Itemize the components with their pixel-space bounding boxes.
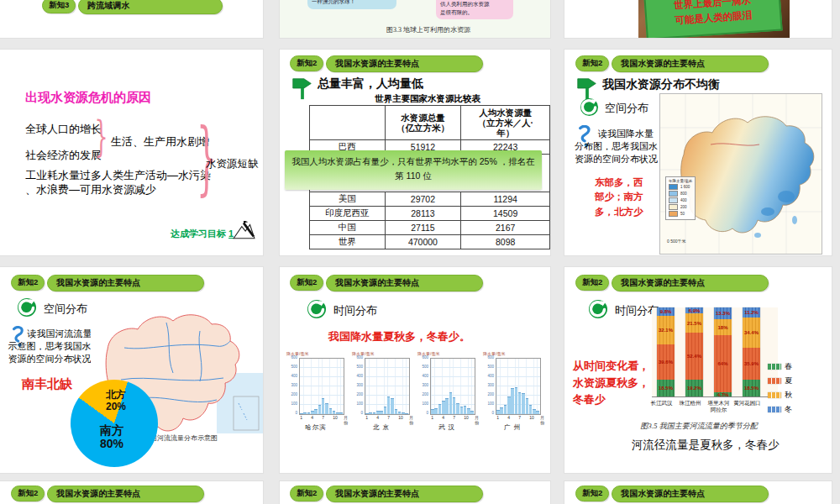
slide-spatial-precip[interactable]: 新知2 我国水资源的主要特点 我国水资源分布不均衡 空间分布 读我国降水量分布图… <box>564 50 832 255</box>
lesson-title: 我国水资源的主要特点 <box>612 275 769 291</box>
lesson-badge: 新知2 <box>290 55 323 71</box>
pie-label-north: 北方 20% <box>96 390 136 413</box>
slide-temporal-rivers[interactable]: 新知2 我国水资源的主要特点 时间分布 9.8%32.1%39.6%18.5%6… <box>564 267 832 473</box>
slide-thumbnail-next-1[interactable]: 新知2 我国水资源的主要特点 <box>0 481 263 504</box>
lesson-badge: 新知2 <box>11 486 45 501</box>
cycle-arrow-icon <box>307 299 327 319</box>
seasonal-runoff-chart: 9.8%32.1%39.6%18.5%6.9%21.5%52.4%19.2%13… <box>652 307 778 397</box>
lesson-badge: 新知2 <box>575 486 609 501</box>
map-legend: 年降水量/毫米 1 60080040020050 <box>665 176 696 220</box>
stacked-bar: 13.3%18%64%4.7% <box>714 307 732 396</box>
lesson-badge: 新知2 <box>290 275 323 291</box>
brace-small: } <box>95 115 108 158</box>
slide-title: 出现水资源危机的原因 <box>25 90 151 106</box>
map-scale: 0 500千米 <box>667 239 686 244</box>
goal-marker: 达成学习目标 1 <box>171 228 234 240</box>
answer-text: 从时间变化看，水资源夏秋多，冬春少 <box>573 358 650 408</box>
legend-item-春: 春 <box>768 361 792 372</box>
slide-crisis-causes[interactable]: 出现水资源危机的原因 全球人口的增长 社会经济的发展 } 生活、生产用水剧增 工… <box>0 50 263 255</box>
question-text: 读我国河流流量示意图，思考我国水资源的空间分布状况 <box>7 328 92 365</box>
slide-spatial-rivers[interactable]: 新知2 我国水资源的主要特点 空间分布 读我国河流流量示意图，思考我国水资源的空… <box>0 267 263 473</box>
lesson-title: 我国水资源的主要特点 <box>326 486 483 502</box>
stacked-bar: 6.9%21.5%52.4%19.2% <box>685 307 703 396</box>
section-label: 空间分布 <box>605 101 648 116</box>
section-label: 时间分布 <box>333 303 377 318</box>
slogan-banner: 世界上最后一滴水 可能是人类的眼泪 <box>643 0 782 38</box>
figure-caption: 图3.5 我国主要河流流量的季节分配 <box>598 421 800 432</box>
lesson-title: 我国水资源的主要特点 <box>612 55 769 72</box>
slide-temporal-precip[interactable]: 新知2 我国水资源的主要特点 时间分布 我国降水量夏秋多，冬春少。 降水量/毫米… <box>280 267 550 473</box>
lesson-title: 我国水资源的主要特点 <box>47 275 204 291</box>
precip-chart-哈尔滨: 降水量/毫米600500400300200100014710月份哈尔滨 <box>285 351 347 435</box>
slide-thumbnail-agenda[interactable]: 新知3 跨流域调水 <box>0 0 263 38</box>
season-legend: 春夏秋冬 <box>768 361 792 418</box>
cause-population: 全球人口的增长 <box>25 122 102 137</box>
slide-headline: 总量丰富，人均量低 <box>318 76 423 92</box>
lesson-badge: 新知2 <box>290 486 323 501</box>
lesson-title: 我国水资源的主要特点 <box>326 55 483 72</box>
legend-item-秋: 秋 <box>768 390 792 401</box>
goal-label: 达成学习目标 <box>171 228 226 239</box>
drought-photo: 世界上最后一滴水 可能是人类的眼泪 <box>638 0 790 38</box>
slide-thumbnail-next-2[interactable]: 新知2 我国水资源的主要特点 <box>280 481 550 504</box>
precipitation-map: 年降水量/毫米 1 60080040020050 0 500千米 <box>659 93 822 255</box>
figure-caption: 图3.3 地球上可利用的水资源 <box>357 25 500 34</box>
cycle-arrow-icon <box>17 297 37 318</box>
precip-chart-广州: 降水量/毫米600500400300200100014710月份广 州 <box>481 351 543 435</box>
key-point-overlay: 我国人均水资源占有量少，只有世界平均水平的 25% ，排名在 第 110 位 <box>285 150 542 190</box>
slide-thumbnail-photo[interactable]: 世界上最后一滴水 可能是人类的眼泪 <box>564 0 832 38</box>
section-label: 空间分布 <box>44 302 87 317</box>
answer-text: 南丰北缺 <box>22 376 72 392</box>
stacked-bar: 11.2%34.4%35.9%18.5% <box>743 307 760 396</box>
speech-bubble-right: 这下你知道了吧，可 供人类利用的水资源 是很有限的。 <box>436 0 513 19</box>
table-title: 世界主要国家水资源比较表 <box>309 93 546 105</box>
city-precip-charts: 降水量/毫米600500400300200100014710月份哈尔滨降水量/毫… <box>285 351 547 435</box>
speech-bubble-left: 千米的水，是像蓝色宝石 一样漂亮的水球！ <box>307 0 396 9</box>
legend-item-冬: 冬 <box>768 404 792 415</box>
lesson-badge: 新知2 <box>11 275 45 291</box>
cycle-arrow-icon <box>580 97 599 117</box>
lesson-title: 我国水资源的主要特点 <box>326 275 483 291</box>
precip-chart-北京: 降水量/毫米600500400300200100014710月份北 京 <box>350 351 412 435</box>
stacked-bar: 9.8%32.1%39.6%18.5% <box>657 307 675 396</box>
lesson-badge: 新知3 <box>42 0 76 13</box>
question-text: 读我国降水量分布图，思考我国水资源的空间分布状况 <box>575 128 660 165</box>
answer-text: 东部多，西部少；南方多，北方少 <box>595 176 647 219</box>
headline-red: 我国降水量夏秋多，冬春少。 <box>328 329 470 344</box>
lesson-badge: 新知2 <box>575 275 609 291</box>
conclusion-text: 河流径流量是夏秋多，冬春少 <box>632 438 780 453</box>
legend-item-夏: 夏 <box>768 375 792 386</box>
precip-chart-武汉: 降水量/毫米600500400300200100014710月份武 汉 <box>416 351 478 435</box>
cause-industry: 工业耗水量过多人类生产活动—水污染 、水浪费—可用水资源减少 <box>25 169 218 197</box>
pie-label-south: 南方 80% <box>87 423 136 450</box>
cycle-arrow-icon <box>588 299 608 319</box>
slide-thumbnail-next-3[interactable]: 新知2 我国水资源的主要特点 <box>564 481 832 504</box>
slide-headline: 我国水资源分布不均衡 <box>602 77 720 92</box>
lesson-badge: 新知2 <box>575 55 609 71</box>
lesson-title: 跨流域调水 <box>78 0 223 14</box>
result-shortage: 水资源短缺 <box>206 157 259 171</box>
result-demand: 生活、生产用水剧增 <box>111 134 209 150</box>
cause-economy: 社会经济的发展 <box>25 148 102 163</box>
lesson-title: 我国水资源的主要特点 <box>612 486 769 502</box>
slide-total-percapita[interactable]: 新知2 我国水资源的主要特点 总量丰富，人均量低 世界主要国家水资源比较表 水资… <box>280 50 550 255</box>
mountain-flag-icon <box>232 221 255 239</box>
lesson-title: 我国水资源的主要特点 <box>47 486 204 502</box>
slide-thumbnail-textbook-figure[interactable]: 千米的水，是像蓝色宝石 一样漂亮的水球！ 这下你知道了吧，可 供人类利用的水资源… <box>280 0 550 38</box>
